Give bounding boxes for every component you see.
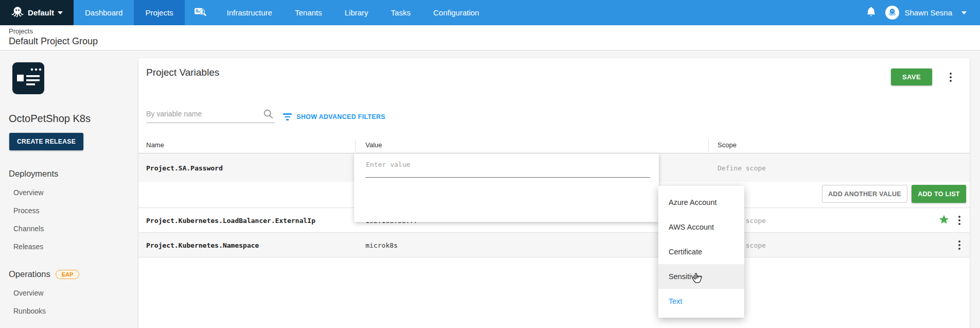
project-sidebar: OctoPetShop K8s CREATE RELEASE Deploymen… — [0, 50, 137, 328]
tab-tasks[interactable]: Tasks — [379, 0, 422, 25]
sidebar-item-releases[interactable]: Releases — [13, 243, 137, 251]
dropdown-item-azure-account[interactable]: Azure Account — [658, 190, 744, 215]
search-card-icon — [194, 6, 207, 20]
tab-library[interactable]: Library — [334, 0, 380, 25]
variable-name-cell: Project.Kubernetes.Namespace — [146, 241, 259, 249]
column-divider — [355, 140, 356, 151]
user-menu[interactable]: Shawn Sesna — [885, 6, 952, 20]
user-menu-chevron-icon[interactable] — [961, 11, 967, 14]
starred-icon[interactable] — [939, 214, 949, 227]
tab-infrastructure[interactable]: Infrastructure — [216, 0, 284, 25]
sidebar-item-runbooks[interactable]: Runbooks — [13, 307, 137, 315]
project-variables-card: Project Variables SAVE SHOW ADVANCED FIL… — [138, 58, 970, 328]
scope-cell[interactable]: Define scope — [717, 164, 766, 171]
show-advanced-filters-link[interactable]: SHOW ADVANCED FILTERS — [283, 113, 386, 120]
dropdown-item-text[interactable]: Text — [658, 289, 744, 314]
add-to-list-button[interactable]: ADD TO LIST — [912, 185, 966, 203]
value-edit-popover — [354, 153, 659, 222]
project-name: OctoPetShop K8s — [9, 113, 137, 125]
row-overflow-menu-button[interactable] — [956, 214, 962, 227]
top-navigation: Default Dashboard Projects Infrastructur… — [0, 0, 980, 25]
sidebar-section-deployments: Deployments — [9, 169, 137, 179]
space-switcher[interactable]: Default — [0, 0, 74, 25]
notification-bell-icon[interactable] — [866, 6, 876, 19]
column-header-name: Name — [146, 141, 164, 149]
column-divider — [708, 140, 709, 151]
row-overflow-menu-button[interactable] — [956, 238, 962, 252]
chevron-down-icon — [58, 11, 63, 14]
search-input[interactable] — [146, 108, 258, 123]
save-button[interactable]: SAVE — [891, 68, 932, 85]
sidebar-section-operations: Operations EAP — [9, 269, 137, 279]
sidebar-item-process[interactable]: Process — [13, 206, 137, 215]
column-header-scope: Scope — [717, 141, 737, 149]
column-header-value: Value — [365, 141, 382, 149]
mouse-cursor-icon — [690, 272, 704, 290]
sidebar-item-operations-overview[interactable]: Overview — [13, 289, 137, 297]
tab-projects[interactable]: Projects — [134, 0, 184, 25]
value-input[interactable] — [366, 161, 644, 168]
sidebar-item-channels[interactable]: Channels — [13, 225, 137, 233]
variable-name-cell: Project.Kubernetes.LoadBalancer.External… — [146, 216, 316, 224]
user-avatar — [885, 6, 899, 20]
variable-value-cell: microk8s — [365, 241, 398, 249]
octopus-logo-icon — [11, 5, 24, 20]
eap-badge: EAP — [56, 270, 80, 279]
topnav-right: Shawn Sesna — [866, 0, 980, 25]
variable-type-dropdown: Azure Account AWS Account Certificate Se… — [658, 186, 744, 318]
tab-tenants[interactable]: Tenants — [284, 0, 334, 25]
overflow-menu-button[interactable] — [948, 71, 954, 84]
sidebar-item-overview[interactable]: Overview — [13, 188, 137, 197]
project-logo-icon — [12, 62, 137, 96]
filter-icon — [283, 113, 292, 120]
tab-dashboard[interactable]: Dashboard — [74, 0, 134, 25]
variable-search-field — [146, 108, 275, 123]
card-title: Project Variables — [146, 67, 219, 78]
page-header: Projects Default Project Group — [0, 25, 980, 50]
table-header: Name Value Scope — [138, 139, 970, 153]
search-icon — [263, 109, 274, 122]
content-area: OctoPetShop K8s CREATE RELEASE Deploymen… — [0, 50, 980, 328]
space-label: Default — [28, 8, 54, 17]
user-name: Shawn Sesna — [904, 8, 952, 17]
tab-configuration[interactable]: Configuration — [422, 0, 491, 25]
add-another-value-button[interactable]: ADD ANOTHER VALUE — [822, 185, 907, 203]
breadcrumb[interactable]: Projects — [9, 27, 980, 35]
create-release-button[interactable]: CREATE RELEASE — [9, 133, 83, 150]
search-projects-button[interactable] — [185, 0, 216, 25]
page-title: Default Project Group — [9, 36, 980, 47]
dropdown-item-aws-account[interactable]: AWS Account — [658, 215, 744, 239]
input-underline — [365, 177, 650, 178]
table-row[interactable]: Project.Kubernetes.Namespace microk8s De… — [138, 233, 970, 257]
variable-name-cell: Project.SA.Password — [146, 164, 223, 171]
dropdown-item-certificate[interactable]: Certificate — [658, 239, 744, 264]
